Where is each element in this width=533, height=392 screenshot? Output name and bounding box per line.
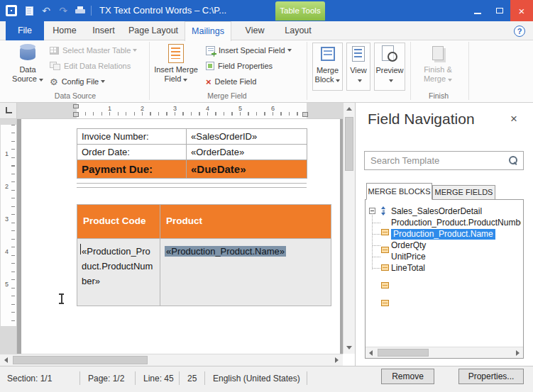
invoice-table-cell-payment-due[interactable]: Payment Due: (77, 159, 187, 179)
special-field-icon (206, 46, 215, 55)
group-label-data-source: Data Source (6, 91, 145, 100)
print-button[interactable] (74, 4, 87, 17)
group-separator (307, 42, 307, 100)
product-table-header[interactable]: Product (160, 204, 331, 239)
scroll-right-arrow[interactable] (516, 350, 520, 356)
merge-block-button[interactable]: Merge Block (312, 43, 343, 91)
select-master-table-button: Select Master Table (50, 43, 137, 57)
tab-mailings[interactable]: Mailings (185, 21, 231, 41)
tree-item[interactable]: UnitPrice (391, 252, 521, 262)
invoice-table-cell[interactable]: «OrderDate» (186, 144, 307, 160)
right-indent-marker[interactable] (302, 112, 308, 117)
ruler-number: 2 (141, 105, 144, 112)
insert-special-field-button[interactable]: Insert Special Field (206, 43, 292, 57)
horizontal-scrollbar-thumb[interactable] (13, 356, 148, 364)
text-caret (80, 244, 81, 254)
scroll-up-arrow[interactable] (346, 107, 352, 111)
panel-close-button[interactable]: × (507, 112, 521, 126)
close-button[interactable]: × (510, 0, 533, 21)
ruler-number: 6 (271, 105, 275, 112)
product-name-cell[interactable]: «Production_Product.Name» (160, 238, 331, 306)
left-indent-marker[interactable] (73, 112, 79, 117)
remove-button[interactable]: Remove (381, 369, 434, 384)
close-icon: × (519, 5, 525, 17)
invoice-table-cell[interactable]: Invoice Number: (77, 128, 187, 145)
tab-layout[interactable]: Layout (277, 21, 319, 40)
tree-item[interactable]: LineTotal (391, 263, 521, 274)
data-source-button[interactable]: Data Source (9, 43, 47, 84)
properties-button[interactable]: Properties... (458, 369, 524, 384)
group-separator (468, 42, 469, 100)
config-file-button[interactable]: ⚙ Config File (50, 74, 105, 89)
delete-x-icon: × (206, 77, 211, 86)
horizontal-ruler-ticks (77, 112, 307, 116)
invoice-table-cell-due-date[interactable]: «DueDate» (186, 159, 307, 179)
view-document-icon (352, 46, 365, 62)
tree-item-selected[interactable]: Production_Product.Name (391, 229, 495, 240)
search-icon[interactable] (509, 156, 518, 165)
tab-view[interactable]: View (237, 21, 273, 40)
insert-merge-field-button[interactable]: Insert Merge Field (153, 43, 199, 84)
view-button[interactable]: View (346, 43, 370, 91)
group-label-merge-field: Merge Field (152, 91, 302, 100)
tab-merge-blocks[interactable]: MERGE BLOCKS (366, 183, 432, 200)
tree-item[interactable]: OrderQty (391, 240, 521, 251)
tree-connector-line (372, 213, 373, 269)
horizontal-scrollbar[interactable] (0, 354, 343, 366)
tree-item[interactable]: Production_Product.ProductNumber (391, 218, 521, 228)
selected-merge-field[interactable]: «Production_Product.Name» (165, 246, 286, 257)
product-table-header[interactable]: Product Code (77, 204, 160, 239)
vertical-scrollbar-thumb[interactable] (345, 117, 353, 171)
tree-root-item[interactable]: Sales_SalesOrderDetail (391, 206, 520, 217)
tab-merge-fields[interactable]: MERGE FIELDS (432, 185, 495, 199)
field-properties-button[interactable]: Field Properties (206, 59, 273, 73)
tree-horizontal-scrollbar[interactable] (366, 347, 523, 358)
ruler-number: 2 (5, 183, 9, 190)
ruler-number: 5 (5, 281, 9, 288)
app-logo-icon[interactable] (6, 5, 17, 16)
undo-button[interactable]: ↶ (40, 4, 53, 17)
tab-insert[interactable]: Insert (85, 21, 122, 40)
merge-field-icon (381, 247, 389, 253)
tree-connector-line (373, 257, 380, 257)
tree-connector-line (373, 234, 380, 235)
preview-button[interactable]: Preview (374, 43, 405, 91)
dropdown-caret-icon (389, 79, 393, 82)
vertical-scrollbar[interactable] (343, 103, 355, 354)
maximize-button[interactable] (488, 0, 510, 21)
search-input[interactable] (364, 151, 524, 170)
redo-button[interactable]: ↷ (57, 4, 70, 17)
ibeam-cursor (58, 293, 65, 304)
scroll-left-arrow[interactable] (369, 350, 373, 356)
tab-file[interactable]: File (6, 21, 44, 40)
status-line[interactable]: Line: 45 (143, 374, 174, 383)
titlebar: ↶ ↷ TX Text Control Words – C:\P... Tabl… (0, 0, 533, 21)
first-line-indent-marker[interactable] (73, 104, 79, 108)
dropdown-caret-icon (448, 79, 452, 82)
scroll-left-arrow[interactable] (4, 357, 8, 363)
tab-home[interactable]: Home (47, 21, 82, 40)
scroll-right-arrow[interactable] (335, 357, 339, 363)
scroll-down-arrow[interactable] (346, 346, 352, 349)
delete-field-button[interactable]: × Delete Field (206, 74, 256, 89)
invoice-table-cell[interactable]: «SalesOrderID» (186, 128, 307, 145)
tab-page-layout[interactable]: Page Layout (125, 21, 182, 40)
dropdown-caret-icon (358, 79, 362, 82)
paragraph-rule (77, 183, 307, 184)
status-column[interactable]: 25 (187, 374, 197, 383)
application-window: ↶ ↷ TX Text Control Words – C:\P... Tabl… (0, 0, 533, 392)
product-code-cell[interactable]: «Production_Product.ProductNumber» (77, 238, 160, 306)
tree-connector-line (373, 223, 380, 223)
status-section[interactable]: Section: 1/1 (7, 374, 52, 383)
invoice-table-cell[interactable]: Order Date: (77, 144, 187, 160)
status-page[interactable]: Page: 1/2 (88, 374, 124, 383)
status-language[interactable]: English (United States) (213, 374, 300, 383)
tab-stop-selector[interactable] (6, 107, 12, 113)
help-button[interactable]: ? (514, 26, 525, 37)
new-document-button[interactable] (23, 4, 35, 17)
status-divider (79, 371, 80, 385)
ruler-number: 3 (173, 105, 177, 112)
tree-scrollbar-thumb[interactable] (378, 349, 429, 357)
minimize-button[interactable] (466, 0, 488, 21)
table-tools-contextual-label: Table Tools (275, 1, 325, 21)
